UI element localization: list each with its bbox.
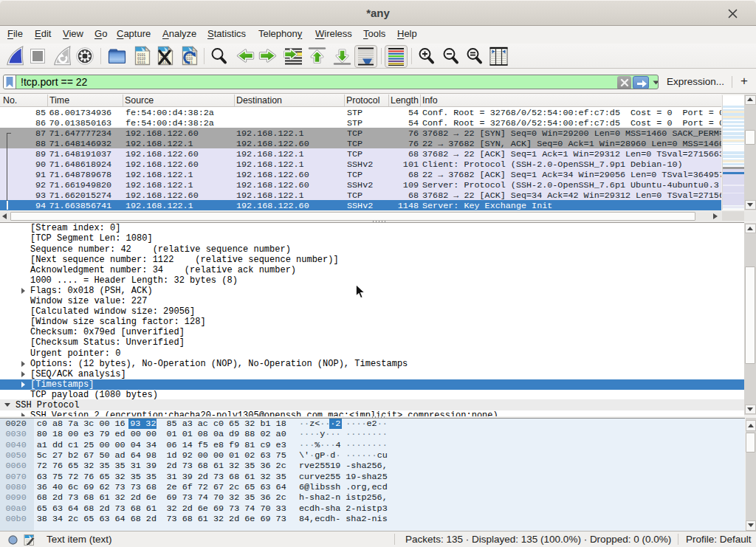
- svg-text:0111: 0111: [137, 61, 145, 64]
